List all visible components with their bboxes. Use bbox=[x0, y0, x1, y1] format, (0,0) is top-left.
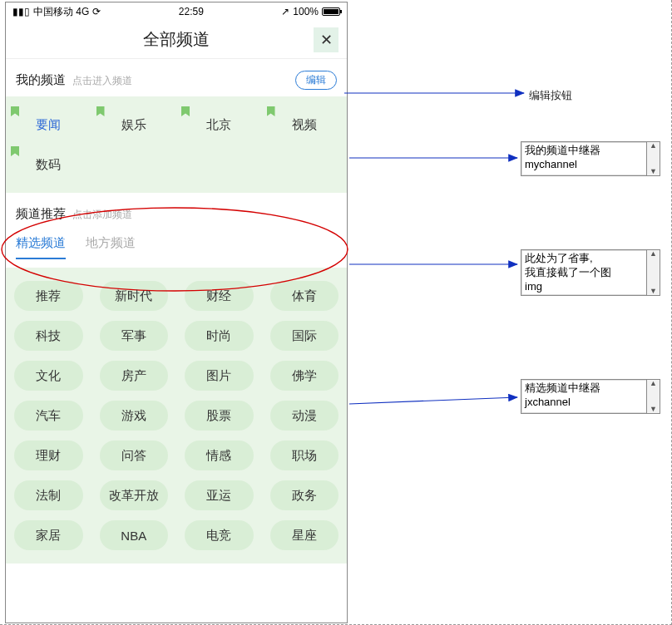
jxchannel-item[interactable]: 亚运 bbox=[176, 475, 262, 515]
jxchannel-item[interactable]: 理财 bbox=[6, 436, 91, 475]
close-icon: ✕ bbox=[320, 31, 333, 49]
annotation-img-box: 此处为了省事, 我直接截了一个图 img ▲▼ bbox=[521, 249, 660, 296]
channel-label: 星座 bbox=[292, 528, 317, 544]
jxchannel-item[interactable]: 体育 bbox=[262, 276, 348, 316]
channel-label: 视频 bbox=[292, 117, 317, 133]
jxchannel-item[interactable]: 图片 bbox=[176, 356, 262, 396]
channel-label: 娱乐 bbox=[121, 117, 146, 133]
jxchannel-item[interactable]: 电竞 bbox=[176, 515, 262, 555]
scrollbar-icon[interactable]: ▲▼ bbox=[646, 380, 660, 413]
annotation-mychannel-line2: mychannel bbox=[525, 158, 643, 172]
channel-label: 北京 bbox=[206, 117, 231, 133]
tab-featured[interactable]: 精选频道 bbox=[16, 235, 66, 259]
carrier-label: 中国移动 4G bbox=[33, 5, 89, 19]
page-title: 全部频道 bbox=[143, 28, 210, 51]
mychannel-item[interactable]: 娱乐 bbox=[91, 105, 177, 145]
channel-label: 问答 bbox=[121, 448, 146, 464]
jxchannel-item[interactable]: 游戏 bbox=[91, 396, 177, 436]
jxchannel-item[interactable]: 军事 bbox=[91, 316, 177, 356]
jxchannel-item[interactable]: 时尚 bbox=[176, 316, 262, 356]
jxchannel-item[interactable]: 新时代 bbox=[91, 276, 177, 316]
scrollbar-icon[interactable]: ▲▼ bbox=[646, 250, 660, 295]
status-time: 22:59 bbox=[179, 6, 204, 17]
channel-label: 股票 bbox=[206, 408, 231, 424]
jxchannel-item[interactable]: 国际 bbox=[262, 316, 348, 356]
recommend-header: 频道推荐 点击添加频道 bbox=[6, 193, 347, 230]
status-bar: ▮▮▯ 中国移动 4G ⟳ 22:59 ↗ 100% bbox=[6, 2, 347, 21]
bookmark-icon bbox=[267, 106, 275, 116]
channel-label: 政务 bbox=[292, 488, 317, 504]
channel-label: 佛学 bbox=[292, 368, 317, 384]
annotation-img-line1: 此处为了省事, bbox=[525, 252, 643, 266]
recommend-title: 频道推荐 bbox=[16, 206, 66, 222]
jxchannel-item[interactable]: 文化 bbox=[6, 356, 91, 396]
channel-label: 文化 bbox=[36, 368, 61, 384]
jxchannel-grid-area: 推荐新时代财经体育科技军事时尚国际文化房产图片佛学汽车游戏股票动漫理财问答情感职… bbox=[6, 268, 347, 563]
recommend-tabs: 精选频道 地方频道 bbox=[6, 230, 347, 259]
jxchannel-item[interactable]: 情感 bbox=[176, 436, 262, 475]
jxchannel-item[interactable]: 问答 bbox=[91, 436, 177, 475]
jxchannel-item[interactable]: 财经 bbox=[176, 276, 262, 316]
bookmark-icon bbox=[96, 106, 105, 116]
channel-label: NBA bbox=[121, 529, 146, 543]
mychannel-title: 我的频道 bbox=[16, 72, 66, 88]
channel-label: 职场 bbox=[292, 448, 317, 464]
channel-label: 体育 bbox=[292, 288, 317, 304]
channel-label: 数码 bbox=[36, 157, 61, 173]
jxchannel-item[interactable]: 动漫 bbox=[262, 396, 348, 436]
channel-label: 游戏 bbox=[121, 408, 146, 424]
signal-icon: ▮▮▯ bbox=[12, 6, 30, 17]
scrollbar-icon[interactable]: ▲▼ bbox=[646, 142, 660, 175]
jxchannel-item[interactable]: 改革开放 bbox=[91, 475, 177, 515]
tab-local[interactable]: 地方频道 bbox=[86, 235, 136, 259]
mychannel-item[interactable]: 要闻 bbox=[6, 105, 91, 145]
jxchannel-item[interactable]: NBA bbox=[91, 515, 177, 555]
loading-icon: ⟳ bbox=[92, 6, 101, 17]
title-bar: 全部频道 ✕ bbox=[6, 21, 347, 59]
mychannel-item[interactable]: 数码 bbox=[6, 145, 91, 185]
channel-label: 要闻 bbox=[36, 117, 61, 133]
channel-label: 情感 bbox=[206, 448, 231, 464]
jxchannel-item[interactable]: 股票 bbox=[176, 396, 262, 436]
jxchannel-item[interactable]: 星座 bbox=[262, 515, 348, 555]
location-icon: ↗ bbox=[281, 6, 289, 17]
jxchannel-item[interactable]: 职场 bbox=[262, 436, 348, 475]
jxchannel-item[interactable]: 佛学 bbox=[262, 356, 348, 396]
diagram-canvas: ▮▮▯ 中国移动 4G ⟳ 22:59 ↗ 100% 全部频道 ✕ 我的频道 点… bbox=[0, 0, 672, 625]
channel-label: 时尚 bbox=[206, 328, 231, 344]
jxchannel-item[interactable]: 汽车 bbox=[6, 396, 91, 436]
channel-label: 改革开放 bbox=[109, 488, 159, 504]
channel-label: 科技 bbox=[36, 328, 61, 344]
bookmark-icon bbox=[11, 106, 19, 116]
channel-label: 图片 bbox=[206, 368, 231, 384]
jxchannel-item[interactable]: 房产 bbox=[91, 356, 177, 396]
channel-label: 动漫 bbox=[292, 408, 317, 424]
edit-button[interactable]: 编辑 bbox=[295, 71, 337, 90]
mychannel-hint: 点击进入频道 bbox=[72, 74, 132, 88]
channel-label: 法制 bbox=[36, 488, 61, 504]
annotation-mychannel-line1: 我的频道中继器 bbox=[525, 144, 643, 158]
channel-label: 理财 bbox=[36, 448, 61, 464]
jxchannel-item[interactable]: 科技 bbox=[6, 316, 91, 356]
channel-label: 房产 bbox=[121, 368, 146, 384]
mychannel-item[interactable]: 视频 bbox=[262, 105, 348, 145]
mychannel-item[interactable]: 北京 bbox=[176, 105, 262, 145]
phone-frame: ▮▮▯ 中国移动 4G ⟳ 22:59 ↗ 100% 全部频道 ✕ 我的频道 点… bbox=[5, 2, 348, 623]
jxchannel-item[interactable]: 家居 bbox=[6, 515, 91, 555]
annotation-img-line2: 我直接截了一个图 bbox=[525, 266, 643, 280]
annotation-mychannel-box: 我的频道中继器 mychannel ▲▼ bbox=[521, 141, 660, 176]
annotation-jxchannel-line2: jxchannel bbox=[525, 396, 643, 410]
channel-label: 推荐 bbox=[36, 288, 61, 304]
annotation-img-line3: img bbox=[525, 280, 643, 294]
battery-icon bbox=[322, 7, 340, 16]
channel-label: 财经 bbox=[206, 288, 231, 304]
bookmark-icon bbox=[11, 146, 19, 156]
jxchannel-item[interactable]: 法制 bbox=[6, 475, 91, 515]
channel-label: 亚运 bbox=[206, 488, 231, 504]
battery-percent: 100% bbox=[293, 6, 319, 17]
jxchannel-item[interactable]: 推荐 bbox=[6, 276, 91, 316]
close-button[interactable]: ✕ bbox=[314, 27, 338, 52]
annotation-edit-label: 编辑按钮 bbox=[529, 88, 572, 103]
channel-label: 汽车 bbox=[36, 408, 61, 424]
jxchannel-item[interactable]: 政务 bbox=[262, 475, 348, 515]
